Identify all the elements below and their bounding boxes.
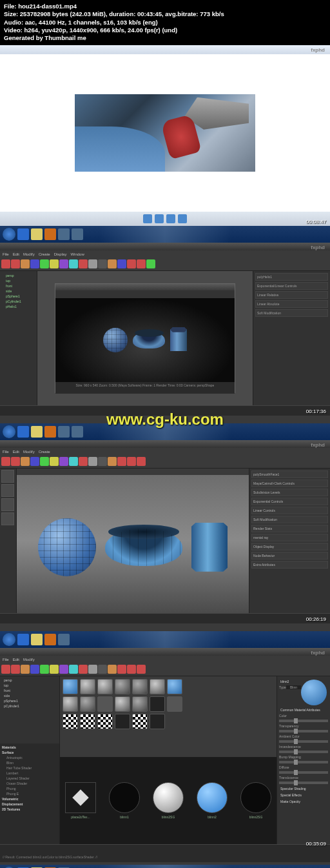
select-tool[interactable] <box>1 470 14 483</box>
taskbar-app-icon[interactable] <box>58 228 70 240</box>
shelf-button[interactable] <box>137 259 146 268</box>
shelf-button[interactable] <box>79 665 88 674</box>
material-swatch[interactable] <box>150 696 165 712</box>
shelf-button[interactable] <box>59 457 68 466</box>
viewport-toolbar[interactable] <box>17 469 249 475</box>
slider[interactable] <box>279 730 328 732</box>
taskbar-app-icon[interactable] <box>58 426 70 438</box>
slider[interactable] <box>279 771 328 774</box>
shader-node[interactable]: blinn2 <box>195 782 229 819</box>
taskbar-app-icon[interactable] <box>58 634 70 645</box>
shelf-button[interactable] <box>40 457 49 466</box>
shelf-button[interactable] <box>69 457 78 466</box>
shelf-button[interactable] <box>30 259 39 268</box>
shelf-button[interactable] <box>117 665 126 674</box>
shelf-button[interactable] <box>11 259 20 268</box>
shader-node[interactable]: place2dTex... <box>64 782 97 819</box>
shelf-button[interactable] <box>40 259 49 268</box>
material-swatch[interactable] <box>132 696 148 712</box>
ie-icon[interactable] <box>17 228 29 240</box>
shelf-button[interactable] <box>21 457 30 466</box>
shelf-button[interactable] <box>117 259 126 268</box>
shelf-button[interactable] <box>98 259 107 268</box>
shelf-button[interactable] <box>79 259 88 268</box>
shelf-button[interactable] <box>40 665 49 674</box>
maya-viewport[interactable] <box>17 469 249 613</box>
shelf-button[interactable] <box>108 259 117 268</box>
start-button[interactable] <box>3 425 15 438</box>
slider[interactable] <box>279 751 328 753</box>
material-swatch[interactable] <box>132 679 148 694</box>
shelf-button[interactable] <box>50 259 59 268</box>
texture-swatch[interactable] <box>97 714 113 729</box>
shelf-button[interactable] <box>21 259 30 268</box>
material-swatch[interactable] <box>97 696 113 712</box>
shelf-button[interactable] <box>98 665 107 674</box>
shelf-button[interactable] <box>59 259 68 268</box>
material-swatch[interactable] <box>63 696 78 712</box>
shelf-button[interactable] <box>127 665 136 674</box>
slider[interactable] <box>279 740 328 743</box>
material-swatch[interactable] <box>63 679 78 694</box>
firefox-icon[interactable] <box>44 634 56 645</box>
shelf-button[interactable] <box>117 457 126 466</box>
shader-node[interactable]: blinn2SG <box>239 782 273 819</box>
texture-swatch[interactable] <box>150 714 165 729</box>
attribute-editor[interactable]: polyHelix1 Exponential/Linear Controls L… <box>253 271 330 405</box>
attribute-editor[interactable]: blinn2 TypeBlinn Common Material Attribu… <box>277 676 330 844</box>
shelf-button[interactable] <box>108 665 117 674</box>
viewport-bowl[interactable] <box>105 529 182 566</box>
maya-viewport[interactable]: Size: 960 x 540 Zoom: 0.500 (Maya Softwa… <box>37 271 253 405</box>
taskbar-app-icon[interactable] <box>72 228 83 240</box>
firefox-icon[interactable] <box>44 228 56 240</box>
material-swatch[interactable] <box>167 679 182 694</box>
viewport-sphere[interactable] <box>38 518 96 576</box>
shelf-button[interactable] <box>79 457 88 466</box>
shelf-button[interactable] <box>1 457 10 466</box>
shelf-button[interactable] <box>137 457 146 466</box>
stop-button[interactable] <box>166 214 175 223</box>
explorer-icon[interactable] <box>31 426 43 438</box>
shelf-button[interactable] <box>69 259 78 268</box>
shelf-button[interactable] <box>59 665 68 674</box>
shader-node[interactable]: blinn1 <box>108 782 141 819</box>
windows-taskbar[interactable] <box>0 226 330 243</box>
material-swatch[interactable] <box>115 679 130 694</box>
viewport-cylinder[interactable] <box>191 523 228 572</box>
shelf-button[interactable] <box>21 665 30 674</box>
forward-button[interactable] <box>178 214 187 223</box>
shelf-button[interactable] <box>30 665 39 674</box>
material-swatch[interactable] <box>80 679 95 694</box>
rotate-tool[interactable] <box>1 498 14 511</box>
shelf-button[interactable] <box>98 457 107 466</box>
explorer-icon[interactable] <box>31 228 43 240</box>
shelf-button[interactable] <box>88 665 97 674</box>
maya-menubar[interactable]: FileEditModify <box>0 656 330 663</box>
shelf-button[interactable] <box>137 665 146 674</box>
taskbar-app-icon[interactable] <box>72 426 83 438</box>
shader-node[interactable]: blinn2SG <box>151 782 185 819</box>
hypershade-work-area[interactable]: place2dTex... blinn1 blinn2SG blinn2 bli… <box>60 757 277 844</box>
maya-menubar[interactable]: File Edit Modify Create Display Window <box>0 250 330 258</box>
maya-timeline[interactable] <box>0 613 330 623</box>
render-view-window[interactable]: Size: 960 x 540 Zoom: 0.500 (Maya Softwa… <box>55 283 235 393</box>
hypershade-swatches[interactable] <box>60 676 277 757</box>
texture-swatch[interactable] <box>132 714 148 729</box>
start-button[interactable] <box>3 633 15 646</box>
shelf-button[interactable] <box>1 665 10 674</box>
rewind-button[interactable] <box>143 214 152 223</box>
render-view-titlebar[interactable] <box>55 284 235 290</box>
maya-shelf[interactable] <box>0 258 330 271</box>
material-swatch[interactable] <box>150 679 165 694</box>
material-swatch[interactable] <box>167 696 182 712</box>
slider[interactable] <box>279 720 328 722</box>
ie-icon[interactable] <box>17 634 29 645</box>
ie-icon[interactable] <box>17 426 29 438</box>
windows-taskbar[interactable] <box>0 865 330 868</box>
texture-swatch[interactable] <box>63 714 78 729</box>
hypershade-create-panel[interactable]: Materials Surface Anisotropic Blinn Hair… <box>0 743 59 844</box>
material-swatch[interactable] <box>97 679 113 694</box>
material-swatch[interactable] <box>115 696 130 712</box>
shelf-button[interactable] <box>127 259 136 268</box>
firefox-icon[interactable] <box>44 426 56 438</box>
